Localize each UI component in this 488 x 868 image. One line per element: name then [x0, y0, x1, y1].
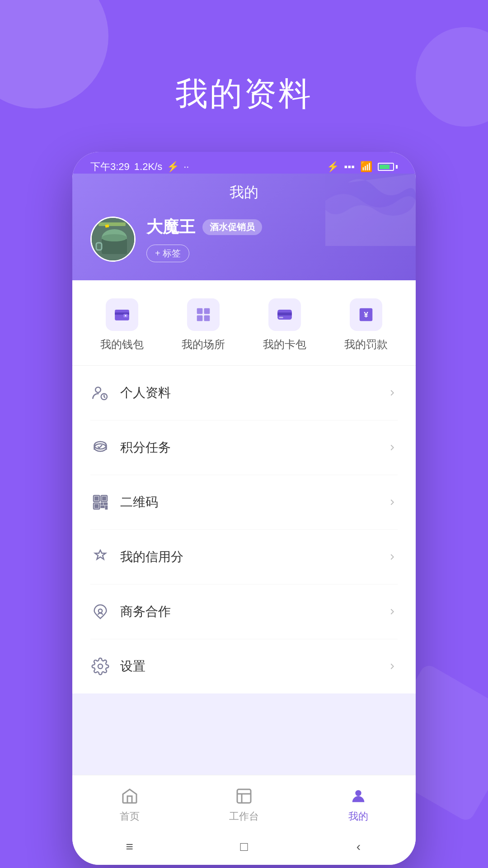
avatar [90, 217, 136, 262]
user-name-text: 大魔王 [146, 216, 195, 238]
qrcode-icon [90, 492, 110, 512]
menu-list: 个人资料 积分任务 [72, 366, 416, 693]
status-right: ⚡ ▪▪▪ 📶 [327, 161, 398, 173]
content-area [72, 693, 416, 775]
venue-icon [195, 306, 212, 323]
bottom-navigation: 首页 工作台 我的 [72, 775, 416, 830]
wallet-label: 我的钱包 [100, 337, 144, 352]
svg-rect-35 [106, 506, 107, 509]
avatar-image [92, 218, 134, 260]
nav-item-workbench[interactable]: 工作台 [208, 786, 280, 823]
credit-label: 我的信用分 [120, 548, 377, 566]
svg-point-4 [102, 234, 127, 241]
svg-point-10 [125, 315, 126, 316]
workbench-nav-label: 工作台 [229, 810, 259, 823]
svg-rect-33 [104, 503, 107, 505]
wifi-icon: 📶 [360, 161, 372, 173]
profile-icon [90, 383, 110, 403]
points-label: 积分任务 [120, 439, 377, 456]
points-chevron [387, 442, 398, 453]
quick-access-section: 我的钱包 我的场所 我的卡包 [72, 280, 416, 366]
status-time: 下午3:29 [90, 160, 130, 174]
menu-item-business[interactable]: 商务合作 [90, 585, 398, 639]
qrcode-label: 二维码 [120, 494, 377, 511]
bluetooth-icon: ⚡ [327, 161, 339, 173]
venue-label: 我的场所 [182, 337, 225, 352]
menu-item-credit[interactable]: 我的信用分 [90, 530, 398, 585]
add-tag-button[interactable]: + 标签 [146, 245, 189, 262]
sys-nav-menu[interactable]: ≡ [116, 838, 143, 856]
fine-icon-container: ¥ [350, 298, 382, 331]
bg-decoration-circle-2 [416, 27, 488, 127]
svg-rect-16 [277, 312, 292, 315]
business-label: 商务合作 [120, 603, 377, 620]
svg-point-41 [356, 790, 361, 796]
svg-rect-27 [95, 497, 98, 500]
status-icon-charging: ⚡ [167, 161, 179, 173]
quick-item-fine[interactable]: ¥ 我的罚款 [344, 298, 388, 352]
mine-nav-label: 我的 [348, 810, 368, 823]
svg-rect-1 [99, 222, 126, 226]
add-tag-label: + 标签 [155, 247, 181, 259]
wallet-icon-container [106, 298, 138, 331]
svg-rect-31 [95, 505, 98, 508]
card-icon [276, 306, 293, 323]
role-badge: 酒水促销员 [202, 219, 262, 235]
app-header: 我的 大魔王 [72, 174, 416, 280]
quick-item-venue[interactable]: 我的场所 [182, 298, 225, 352]
menu-item-settings[interactable]: 设置 [90, 639, 398, 693]
svg-rect-38 [237, 789, 251, 803]
phone-frame: 下午3:29 1.2K/s ⚡ ·· ⚡ ▪▪▪ 📶 我的 [72, 152, 416, 865]
settings-chevron [387, 661, 398, 672]
business-chevron [387, 606, 398, 617]
fine-label: 我的罚款 [344, 337, 388, 352]
svg-rect-11 [197, 308, 203, 314]
profile-chevron [387, 387, 398, 398]
bg-decoration-circle-1 [0, 0, 108, 108]
svg-rect-29 [103, 497, 106, 500]
menu-item-points[interactable]: 积分任务 [90, 420, 398, 475]
nav-item-home[interactable]: 首页 [94, 786, 166, 823]
credit-icon [90, 547, 110, 567]
svg-text:¥: ¥ [364, 310, 368, 319]
settings-icon [90, 656, 110, 676]
quick-item-wallet[interactable]: 我的钱包 [100, 298, 144, 352]
svg-rect-17 [279, 317, 283, 318]
business-icon [90, 602, 110, 622]
sys-nav-home[interactable]: □ [230, 838, 258, 856]
svg-rect-14 [204, 316, 210, 321]
status-bar: 下午3:29 1.2K/s ⚡ ·· ⚡ ▪▪▪ 📶 [72, 152, 416, 174]
home-nav-icon [120, 786, 140, 806]
svg-rect-12 [204, 308, 210, 314]
menu-item-qrcode[interactable]: 二维码 [90, 475, 398, 530]
wallet-icon [113, 306, 131, 323]
svg-point-20 [95, 387, 101, 393]
status-left: 下午3:29 1.2K/s ⚡ ·· [90, 160, 189, 174]
home-nav-label: 首页 [120, 810, 140, 823]
fine-icon: ¥ [357, 306, 375, 323]
svg-rect-34 [101, 506, 104, 507]
sys-nav-back[interactable]: ‹ [345, 838, 372, 856]
points-icon [90, 438, 110, 458]
status-speed: 1.2K/s [134, 161, 162, 173]
status-dots: ·· [183, 161, 189, 173]
qrcode-chevron [387, 497, 398, 508]
workbench-nav-icon [234, 786, 254, 806]
signal-icon: ▪▪▪ [344, 161, 355, 173]
venue-icon-container [187, 298, 220, 331]
svg-point-36 [99, 609, 102, 613]
svg-rect-13 [197, 316, 203, 321]
mine-nav-icon [348, 786, 368, 806]
card-icon-container [268, 298, 301, 331]
nav-item-mine[interactable]: 我的 [322, 786, 394, 823]
page-title: 我的资料 [175, 72, 313, 116]
profile-label: 个人资料 [120, 384, 377, 401]
svg-rect-32 [101, 503, 103, 505]
settings-label: 设置 [120, 658, 377, 675]
quick-item-card[interactable]: 我的卡包 [263, 298, 306, 352]
menu-item-profile[interactable]: 个人资料 [90, 366, 398, 420]
header-wave-decoration [325, 174, 416, 246]
battery-indicator [378, 163, 398, 171]
system-navigation-bar: ≡ □ ‹ [72, 830, 416, 865]
svg-point-37 [98, 664, 103, 669]
